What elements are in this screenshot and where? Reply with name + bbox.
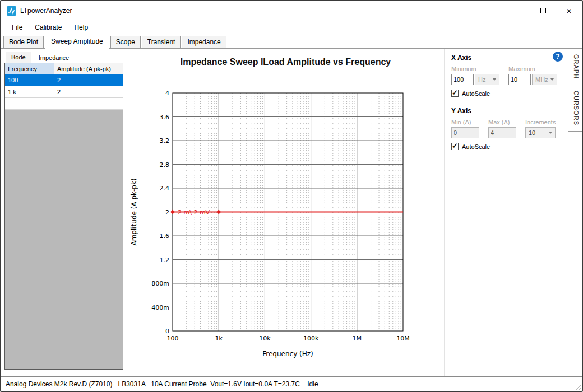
main-tab-bar: Bode Plot Sweep Amplitude Scope Transien…	[1, 35, 582, 49]
y-max-label: Max (A)	[488, 119, 516, 125]
x-min-unit-select[interactable]: Hz	[475, 74, 499, 85]
cell-frequency[interactable]	[5, 98, 54, 109]
close-button[interactable]	[556, 1, 582, 20]
status-bar: Analog Devices M2k Rev.D (Z7010) LB3031A…	[1, 376, 582, 391]
app-window: LTpowerAnalyzer File Calibrate Help Bode…	[0, 0, 583, 392]
chart-panel: Impedance Sweep ILoad Amplitude vs Frequ…	[127, 49, 444, 376]
increments-label: Increments	[525, 119, 556, 125]
sub-tab-bar: Bode Impedance	[4, 51, 127, 63]
chevron-down-icon	[493, 78, 496, 81]
sweep-table: Frequency Amplitude (A pk-pk) 100 2 1 k …	[4, 63, 123, 370]
minimize-icon	[515, 11, 520, 11]
y-autoscale-label: AutoScale	[462, 143, 490, 150]
column-header-amplitude[interactable]: Amplitude (A pk-pk)	[54, 63, 123, 74]
y-min-input[interactable]	[451, 127, 479, 138]
menu-bar: File Calibrate Help	[1, 20, 582, 35]
maximize-icon	[540, 8, 546, 13]
x-tick-label: 10k	[259, 335, 271, 342]
y-min-label: Min (A)	[451, 119, 479, 125]
close-icon	[566, 6, 572, 16]
increments-select[interactable]: 10	[525, 127, 556, 138]
increments-value: 10	[529, 129, 535, 136]
x-tick-label: 10M	[396, 335, 410, 342]
x-tick-label: 1M	[353, 335, 362, 342]
table-row[interactable]: 1 k 2	[5, 86, 123, 98]
window-controls	[505, 1, 582, 20]
side-tab-bar: GRAPH CURSORS	[568, 49, 582, 376]
chevron-down-icon	[550, 78, 554, 81]
point-annotation: 2 m\ 2 mV	[178, 209, 210, 216]
tab-scope[interactable]: Scope	[110, 36, 141, 48]
x-min-group: Minimum Hz	[451, 66, 499, 85]
table-row[interactable]	[5, 98, 123, 110]
maximum-label: Maximum	[508, 66, 557, 72]
x-min-input[interactable]	[451, 74, 474, 85]
resize-grip[interactable]	[573, 382, 581, 390]
axis-settings-panel: X Axis Minimum Hz Maximum	[444, 49, 568, 376]
x-max-group: Maximum MHz	[508, 66, 557, 85]
x-min-unit-value: Hz	[478, 76, 485, 83]
x-max-input[interactable]	[508, 74, 531, 85]
status-text: Analog Devices M2k Rev.D (Z7010) LB3031A…	[6, 380, 318, 388]
cell-amplitude[interactable]: 2	[54, 86, 123, 97]
y-axis-controls: Min (A) Max (A) Increments 10	[451, 119, 561, 138]
increments-group: Increments 10	[525, 119, 556, 138]
y-axis-label: Amplitude (A pk-pk)	[130, 178, 138, 245]
y-tick-label: 2.4	[160, 185, 170, 192]
chevron-down-icon	[549, 132, 552, 134]
cell-amplitude[interactable]: 2	[54, 74, 123, 86]
cell-frequency[interactable]: 1 k	[5, 86, 54, 97]
tab-transient[interactable]: Transient	[142, 36, 181, 48]
side-tab-graph[interactable]: GRAPH	[568, 49, 582, 85]
title-bar: LTpowerAnalyzer	[1, 1, 582, 20]
y-tick-label: 3.6	[160, 114, 170, 121]
x-autoscale[interactable]: AutoScale	[451, 90, 561, 97]
tab-impedance[interactable]: Impedance	[182, 36, 226, 48]
y-max-group: Max (A)	[488, 119, 516, 138]
chart-title: Impedance Sweep ILoad Amplitude vs Frequ…	[127, 49, 444, 73]
x-tick-label: 1k	[215, 335, 223, 342]
help-icon[interactable]	[553, 52, 563, 62]
x-max-unit-value: MHz	[535, 76, 548, 83]
side-tab-cursors[interactable]: CURSORS	[568, 85, 582, 132]
data-point-marker	[170, 210, 175, 214]
x-axis-controls: Minimum Hz Maximum MHz	[451, 66, 561, 85]
main-content: Bode Impedance Frequency Amplitude (A pk…	[1, 49, 582, 376]
tab-bode-plot[interactable]: Bode Plot	[3, 36, 44, 48]
minimum-label: Minimum	[451, 66, 499, 72]
sweep-list-panel: Bode Impedance Frequency Amplitude (A pk…	[1, 49, 127, 376]
x-tick-label: 100k	[303, 335, 319, 342]
menu-help[interactable]: Help	[68, 21, 94, 34]
y-tick-label: 1.6	[160, 232, 170, 240]
minimize-button[interactable]	[505, 1, 530, 20]
x-axis-section-title: X Axis	[451, 54, 561, 62]
x-autoscale-label: AutoScale	[462, 90, 490, 97]
data-point-marker	[216, 210, 221, 214]
column-header-frequency[interactable]: Frequency	[5, 63, 54, 74]
sub-tab-impedance[interactable]: Impedance	[33, 52, 75, 63]
window-title: LTpowerAnalyzer	[20, 7, 72, 15]
x-max-unit-select[interactable]: MHz	[532, 74, 557, 85]
y-max-input[interactable]	[488, 127, 516, 138]
table-header-row: Frequency Amplitude (A pk-pk)	[5, 63, 123, 74]
table-empty-area	[5, 110, 123, 369]
y-tick-label: 800m	[151, 280, 169, 287]
y-autoscale[interactable]: AutoScale	[451, 143, 561, 150]
table-row[interactable]: 100 2	[5, 74, 123, 86]
cell-amplitude[interactable]	[54, 98, 123, 109]
tab-sweep-amplitude[interactable]: Sweep Amplitude	[45, 35, 109, 49]
sub-tab-bode[interactable]: Bode	[6, 52, 31, 63]
x-tick-label: 100	[167, 335, 179, 342]
impedance-sweep-chart[interactable]: 1001k10k100k1M10M0400m800m1.21.622.42.83…	[127, 73, 444, 362]
y-tick-label: 3.2	[160, 137, 170, 144]
y-tick-label: 2.8	[160, 161, 170, 169]
app-icon	[7, 6, 16, 16]
x-axis-label: Frequency (Hz)	[262, 350, 313, 358]
maximize-button[interactable]	[530, 1, 556, 20]
menu-file[interactable]: File	[6, 21, 29, 34]
y-autoscale-checkbox[interactable]	[451, 143, 459, 150]
x-autoscale-checkbox[interactable]	[451, 90, 459, 97]
y-tick-label: 4	[165, 90, 169, 97]
cell-frequency[interactable]: 100	[5, 74, 54, 86]
menu-calibrate[interactable]: Calibrate	[29, 21, 68, 34]
